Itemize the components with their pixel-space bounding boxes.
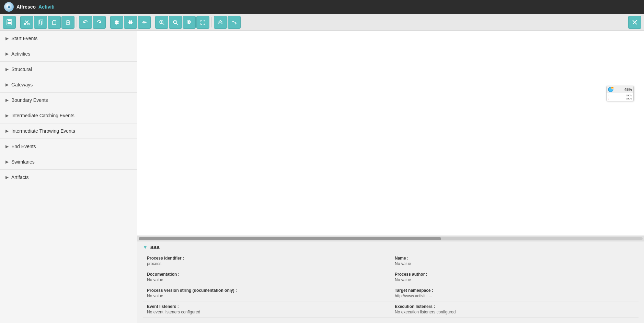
prop-documentation: Documentation : No value	[143, 269, 391, 285]
redo-button[interactable]	[93, 16, 106, 29]
sidebar-item-structural[interactable]: ▶ Structural	[0, 62, 137, 77]
canvas-area: + 45% ↑ OK/s ↓ OK/s	[137, 31, 644, 323]
sidebar-item-intermediate-throwing-events[interactable]: ▶ Intermediate Throwing Events	[0, 123, 137, 139]
chevron-icon: ▶	[5, 113, 9, 118]
close-button[interactable]	[628, 16, 641, 29]
sidebar-item-label: Structural	[11, 67, 32, 72]
mini-widget-stats: ↑ OK/s ↓ OK/s	[607, 93, 633, 101]
chevron-icon: ▶	[5, 67, 9, 72]
sidebar: ▶ Start Events ▶ Activities ▶ Structural…	[0, 31, 137, 323]
scrollbar-track	[139, 237, 643, 240]
prop-label: Process version string (documentation on…	[147, 288, 387, 293]
prop-execution-listeners: Execution listeners : No execution liste…	[391, 301, 639, 318]
logo-icon: A	[4, 2, 14, 12]
bottom-panel-title: aaa	[150, 244, 160, 250]
main-layout: ▶ Start Events ▶ Activities ▶ Structural…	[0, 31, 644, 323]
prop-value: process	[147, 261, 387, 266]
route2-button[interactable]	[228, 16, 241, 29]
svg-line-21	[163, 23, 164, 25]
chevron-icon: ▶	[5, 129, 9, 133]
sidebar-item-label: Boundary Events	[11, 97, 48, 103]
mini-widget-icon: +	[608, 87, 613, 92]
prop-value: No value	[395, 261, 634, 266]
mini-widget-header: + 45%	[607, 86, 633, 93]
svg-rect-2	[8, 22, 11, 24]
sidebar-item-swimlanes[interactable]: ▶ Swimlanes	[0, 154, 137, 170]
sidebar-item-activities[interactable]: ▶ Activities	[0, 46, 137, 62]
toolbar	[0, 14, 644, 31]
sidebar-item-start-events[interactable]: ▶ Start Events	[0, 31, 137, 46]
cut-button[interactable]	[20, 16, 33, 29]
svg-text:+: +	[612, 87, 613, 89]
svg-rect-17	[129, 21, 130, 24]
copy-button[interactable]	[34, 16, 47, 29]
stat1-label: ↑	[608, 94, 609, 97]
sidebar-item-label: Artifacts	[11, 175, 29, 180]
stat2-value: OK/s	[626, 97, 632, 100]
prop-label: Process author :	[395, 272, 634, 277]
chevron-icon: ▶	[5, 82, 9, 87]
chevron-icon: ▶	[5, 36, 9, 41]
separator1	[18, 17, 18, 27]
save-button[interactable]	[3, 16, 16, 29]
prop-label: Process identifier :	[147, 256, 387, 261]
svg-rect-14	[115, 21, 118, 22]
chevron-icon: ▶	[5, 98, 9, 103]
topbar: A Alfresco Activiti	[0, 0, 644, 14]
sidebar-item-boundary-events[interactable]: ▶ Boundary Events	[0, 93, 137, 108]
zoom-fit-button[interactable]	[183, 16, 196, 29]
chevron-icon: ▶	[5, 51, 9, 56]
align2-button[interactable]	[124, 16, 137, 29]
separator5	[211, 17, 212, 27]
route1-button[interactable]	[214, 16, 227, 29]
sidebar-item-label: Activities	[11, 51, 30, 57]
prop-label: Execution listeners :	[395, 304, 634, 309]
align3-button[interactable]	[138, 16, 151, 29]
prop-target-namespace: Target namespace : http://www.activiti. …	[391, 285, 639, 301]
horizontal-scrollbar[interactable]	[137, 236, 644, 241]
prop-name: Name : No value	[391, 253, 639, 269]
bottom-panel-header[interactable]: ▼ aaa	[137, 241, 644, 253]
chevron-icon: ▶	[5, 144, 9, 149]
brand-activiti: Activiti	[38, 4, 55, 10]
sidebar-item-label: End Events	[11, 144, 36, 149]
paste-button[interactable]	[48, 16, 61, 29]
sidebar-item-label: Start Events	[11, 36, 37, 41]
mini-widget-percent: 45%	[624, 87, 632, 92]
sidebar-item-label: Gateways	[11, 82, 33, 87]
scrollbar-thumb[interactable]	[139, 237, 441, 240]
align1-button[interactable]	[110, 16, 123, 29]
delete-button[interactable]	[61, 16, 74, 29]
prop-label: Event listeners :	[147, 304, 387, 309]
fullscreen-button[interactable]	[196, 16, 209, 29]
svg-rect-1	[8, 20, 11, 21]
properties-grid: Process identifier : process Name : No v…	[137, 253, 644, 323]
svg-rect-15	[115, 23, 118, 24]
undo-button[interactable]	[79, 16, 92, 29]
sidebar-item-intermediate-catching-events[interactable]: ▶ Intermediate Catching Events	[0, 108, 137, 123]
prop-value: No value	[147, 294, 387, 298]
prop-event-listeners: Event listeners : No event listeners con…	[143, 301, 391, 318]
brand-alfresco: Alfresco	[16, 4, 36, 10]
sidebar-item-artifacts[interactable]: ▶ Artifacts	[0, 170, 137, 185]
prop-label: Target namespace :	[395, 288, 634, 293]
sidebar-item-end-events[interactable]: ▶ End Events	[0, 139, 137, 154]
svg-rect-7	[39, 20, 43, 24]
sidebar-item-gateways[interactable]: ▶ Gateways	[0, 77, 137, 93]
prop-process-identifier: Process identifier : process	[143, 253, 391, 269]
zoom-out-button[interactable]	[169, 16, 182, 29]
stat2-label: ↓	[608, 97, 609, 100]
sidebar-item-label: Intermediate Catching Events	[11, 113, 74, 118]
svg-point-30	[188, 21, 189, 23]
zoom-in-button[interactable]	[155, 16, 168, 29]
svg-rect-18	[131, 21, 132, 24]
stat1-value: OK/s	[626, 94, 632, 97]
canvas[interactable]: + 45% ↑ OK/s ↓ OK/s	[137, 31, 644, 236]
prop-value: No event listeners configured	[147, 310, 387, 314]
prop-label: Name :	[395, 256, 634, 261]
sidebar-item-label: Swimlanes	[11, 159, 35, 165]
svg-rect-10	[66, 21, 70, 24]
svg-line-25	[176, 23, 178, 25]
prop-value: No value	[147, 277, 387, 282]
collapse-icon: ▼	[143, 244, 148, 250]
